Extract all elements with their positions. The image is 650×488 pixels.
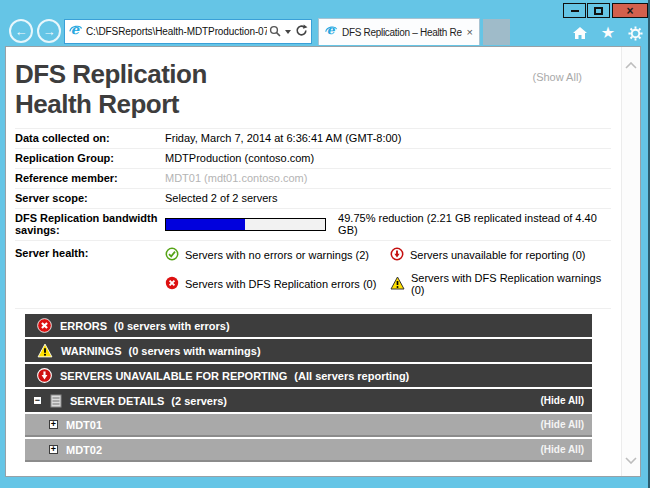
browser-tab[interactable]: e DFS Replication – Health Re... × xyxy=(318,18,480,45)
error-icon xyxy=(165,276,179,292)
show-all-link[interactable]: (Show All) xyxy=(532,71,582,83)
scroll-down-icon[interactable] xyxy=(625,450,637,468)
info-row-server-scope: Server scope: Selected 2 of 2 servers xyxy=(15,189,611,209)
info-label: Data collected on: xyxy=(15,132,165,144)
section-server-details[interactable]: − SERVER DETAILS (2 servers) (Hide All) xyxy=(25,389,592,412)
page-title: DFS Replication Health Report xyxy=(15,59,250,119)
info-label: Replication Group: xyxy=(15,152,165,164)
section-unavailable[interactable]: SERVERS UNAVAILABLE FOR REPORTING (All s… xyxy=(25,364,592,387)
minimize-button[interactable] xyxy=(563,3,586,18)
health-item-text: Servers with no errors or warnings (2) xyxy=(185,249,369,261)
section-title: WARNINGS xyxy=(61,345,122,357)
report-info-table: Data collected on: Friday, March 7, 2014… xyxy=(15,128,611,309)
info-row-reference-member: Reference member: MDT01 (mdt01.contoso.c… xyxy=(15,169,611,189)
unavailable-icon xyxy=(390,247,404,263)
info-value: MDTProduction (contoso.com) xyxy=(165,152,611,164)
section-count: (2 servers) xyxy=(171,395,227,407)
server-icon xyxy=(50,394,62,408)
health-item-text: Servers unavailable for reporting (0) xyxy=(410,249,585,261)
forward-button[interactable]: → xyxy=(37,19,61,43)
server-name: MDT01 xyxy=(66,419,102,431)
info-row-collected: Data collected on: Friday, March 7, 2014… xyxy=(15,129,611,149)
warning-icon xyxy=(37,343,53,358)
close-button[interactable]: × xyxy=(612,3,648,18)
warning-icon xyxy=(390,276,405,292)
bandwidth-progress-bar xyxy=(165,218,326,231)
health-item-warnings: Servers with DFS Replication warnings (0… xyxy=(390,272,611,296)
bandwidth-summary: 49.75% reduction (2.21 GB replicated ins… xyxy=(338,212,611,236)
url-text[interactable]: C:\DFSReports\Health-MDTProduction-07Ma xyxy=(86,26,267,37)
ok-icon xyxy=(165,247,179,263)
server-row-mdt01[interactable]: + MDT01 (Hide All) xyxy=(25,414,592,437)
report-page: DFS Replication Health Report (Show All)… xyxy=(6,47,620,476)
hide-all-link[interactable]: (Hide All) xyxy=(540,419,584,430)
info-label: Reference member: xyxy=(15,172,165,184)
minimize-icon xyxy=(571,10,579,12)
info-row-replication-group: Replication Group: MDTProduction (contos… xyxy=(15,149,611,169)
health-item-text: Servers with DFS Replication errors (0) xyxy=(185,278,376,290)
info-row-server-health: Server health: Servers with no errors or… xyxy=(15,241,611,309)
info-value: Selected 2 of 2 servers xyxy=(165,192,611,204)
maximize-button[interactable] xyxy=(587,3,610,18)
address-bar[interactable]: e C:\DFSReports\Health-MDTProduction-07M… xyxy=(64,19,312,44)
info-label: DFS Replication bandwidth savings: xyxy=(15,212,165,236)
svg-text:e: e xyxy=(327,23,336,37)
close-icon: × xyxy=(626,4,633,18)
server-name: MDT02 xyxy=(66,444,102,456)
gear-icon[interactable] xyxy=(626,25,644,41)
section-warnings[interactable]: WARNINGS (0 servers with warnings) xyxy=(25,339,592,362)
section-title: SERVER DETAILS xyxy=(70,395,164,407)
section-count: (All servers reporting) xyxy=(294,370,409,382)
tab-close-icon[interactable]: × xyxy=(466,26,474,38)
new-tab-button[interactable] xyxy=(483,19,510,45)
ie-favicon: e xyxy=(324,23,338,41)
svg-text:e: e xyxy=(71,22,80,37)
expand-toggle[interactable]: + xyxy=(49,420,58,429)
maximize-icon xyxy=(594,7,603,15)
hide-all-link[interactable]: (Hide All) xyxy=(540,395,584,406)
collapse-toggle[interactable]: − xyxy=(33,396,42,405)
section-errors[interactable]: ERRORS (0 servers with errors) xyxy=(25,314,592,337)
back-button[interactable]: ← xyxy=(9,19,33,43)
forward-arrow-icon: → xyxy=(43,25,56,38)
unavailable-icon xyxy=(37,368,52,383)
chevron-down-icon[interactable] xyxy=(285,30,291,34)
section-title: ERRORS xyxy=(60,320,107,332)
health-item-ok: Servers with no errors or warnings (2) xyxy=(165,247,390,263)
report-sections: ERRORS (0 servers with errors) WARNINGS … xyxy=(25,314,592,462)
server-row-mdt02[interactable]: + MDT02 (Hide All) xyxy=(25,439,592,462)
back-arrow-icon: ← xyxy=(15,25,28,38)
hide-all-link[interactable]: (Hide All) xyxy=(540,444,584,455)
tab-title: DFS Replication – Health Re... xyxy=(342,27,462,38)
vertical-scrollbar[interactable] xyxy=(621,47,640,476)
section-count: (0 servers with errors) xyxy=(114,320,230,332)
search-icon[interactable] xyxy=(269,23,281,41)
scroll-up-icon[interactable] xyxy=(625,55,637,73)
section-count: (0 servers with warnings) xyxy=(129,345,261,357)
expand-toggle[interactable]: + xyxy=(49,445,58,454)
info-label: Server scope: xyxy=(15,192,165,204)
ie-favicon: e xyxy=(68,22,83,41)
info-label: Server health: xyxy=(15,247,165,259)
health-item-text: Servers with DFS Replication warnings (0… xyxy=(411,272,611,296)
health-item-unavailable: Servers unavailable for reporting (0) xyxy=(390,247,611,263)
bandwidth-fill xyxy=(166,219,245,230)
browser-viewport: DFS Replication Health Report (Show All)… xyxy=(5,46,641,477)
error-icon xyxy=(37,318,52,333)
section-title: SERVERS UNAVAILABLE FOR REPORTING xyxy=(60,370,287,382)
favorites-star-icon[interactable]: ★ xyxy=(599,25,617,41)
info-value: MDT01 (mdt01.contoso.com) xyxy=(165,172,611,184)
health-item-errors: Servers with DFS Replication errors (0) xyxy=(165,272,390,296)
home-icon[interactable] xyxy=(571,25,589,41)
info-row-bandwidth: DFS Replication bandwidth savings: 49.75… xyxy=(15,209,611,241)
info-value: Friday, March 7, 2014 at 6:36:41 AM (GMT… xyxy=(165,132,611,144)
refresh-icon[interactable] xyxy=(295,23,308,41)
